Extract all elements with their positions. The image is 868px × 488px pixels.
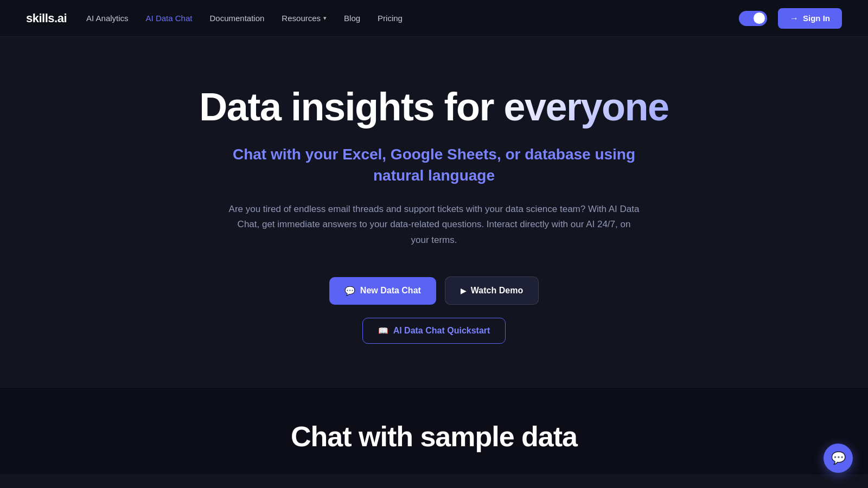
chat-icon [344,286,355,296]
nav-item-blog[interactable]: Blog [344,14,360,23]
nav-link-pricing[interactable]: Pricing [378,14,403,23]
bottom-section: Chat with sample data [0,387,868,474]
nav-item-pricing[interactable]: Pricing [378,14,403,23]
hero-subtitle: Chat with your Excel, Google Sheets, or … [233,144,635,186]
nav-item-ai-data-chat[interactable]: AI Data Chat [146,14,193,23]
nav-link-resources[interactable]: Resources [282,14,321,23]
book-icon [378,326,388,336]
nav-links: AI Analytics AI Data Chat Documentation … [86,14,403,23]
hero-description: Are you tired of endless email threads a… [228,202,640,249]
nav-link-documentation[interactable]: Documentation [209,14,264,23]
bottom-title: Chat with sample data [22,420,846,453]
cta-quickstart-row: AI Data Chat Quickstart [362,318,506,344]
nav-link-ai-data-chat[interactable]: AI Data Chat [146,14,193,23]
nav-left: skills.ai AI Analytics AI Data Chat Docu… [26,11,403,25]
nav-item-documentation[interactable]: Documentation [209,14,264,23]
nav-link-blog[interactable]: Blog [344,14,360,23]
site-logo[interactable]: skills.ai [26,11,67,25]
chat-widget-icon: 💬 [831,451,846,465]
quickstart-button[interactable]: AI Data Chat Quickstart [362,318,506,344]
chat-widget[interactable]: 💬 [824,444,853,473]
chevron-down-icon: ▾ [323,15,327,22]
toggle-knob [754,12,765,24]
hero-title: Data insights for everyone [199,86,668,129]
nav-right: → Sign In [739,8,842,29]
new-data-chat-button[interactable]: New Data Chat [329,277,436,305]
cta-row: New Data Chat Watch Demo [329,277,539,305]
theme-toggle[interactable] [739,11,767,26]
navbar: skills.ai AI Analytics AI Data Chat Docu… [0,0,868,37]
nav-resources-dropdown[interactable]: Resources ▾ [282,14,327,23]
signin-icon: → [790,14,799,23]
nav-link-ai-analytics[interactable]: AI Analytics [86,14,129,23]
watch-demo-button[interactable]: Watch Demo [445,277,539,305]
hero-section: Data insights for everyone Chat with you… [0,37,868,387]
sign-in-button[interactable]: → Sign In [778,8,842,29]
play-icon [461,286,466,296]
nav-item-resources[interactable]: Resources ▾ [282,14,327,23]
nav-item-ai-analytics[interactable]: AI Analytics [86,14,129,23]
